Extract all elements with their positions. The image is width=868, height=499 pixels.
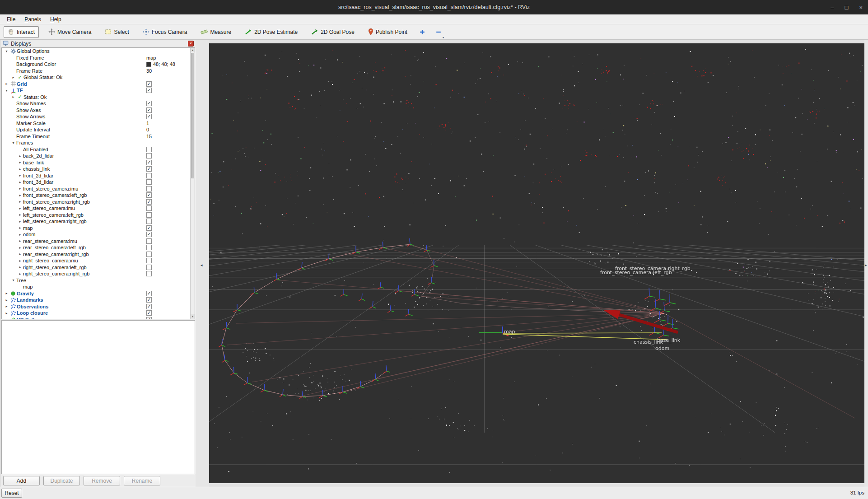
close-button[interactable]: × bbox=[859, 4, 863, 11]
checkbox[interactable]: ✓ bbox=[146, 232, 152, 237]
checkbox[interactable]: ✓ bbox=[146, 199, 152, 205]
tree-row[interactable]: ▾Frames bbox=[2, 140, 195, 146]
property-value[interactable]: 48; 48; 48 bbox=[153, 61, 175, 67]
checkbox[interactable] bbox=[146, 186, 152, 191]
tree-row[interactable]: Update Interval0 bbox=[2, 126, 195, 133]
3d-scene-canvas[interactable] bbox=[209, 43, 864, 483]
expander-icon[interactable]: ▸ bbox=[17, 219, 23, 224]
tree-row[interactable]: Fixed Framemap bbox=[2, 55, 195, 61]
checkbox[interactable]: ✓ bbox=[146, 317, 152, 319]
tree-row[interactable]: ▸right_stereo_camera:right_rgb bbox=[2, 270, 195, 277]
checkbox[interactable] bbox=[146, 179, 152, 185]
tree-row[interactable]: ▸Grid✓ bbox=[2, 81, 195, 88]
tree-row[interactable]: Show Names✓ bbox=[2, 100, 195, 107]
expander-icon[interactable]: ▸ bbox=[17, 187, 23, 191]
expander-icon[interactable]: ▸ bbox=[4, 82, 9, 86]
tree-row[interactable]: ▾Global Options bbox=[2, 48, 195, 55]
expander-icon[interactable]: ▸ bbox=[10, 75, 16, 79]
expander-icon[interactable]: ▸ bbox=[4, 291, 9, 295]
tree-row[interactable]: ▸left_stereo_camera:left_rgb bbox=[2, 212, 195, 219]
checkbox[interactable] bbox=[146, 238, 152, 244]
expander-icon[interactable]: ▸ bbox=[17, 180, 23, 184]
checkbox[interactable] bbox=[146, 219, 152, 224]
tree-row[interactable]: Show Arrows✓ bbox=[2, 113, 195, 120]
expander-icon[interactable]: ▸ bbox=[17, 206, 23, 210]
tree-row[interactable]: Marker Scale1 bbox=[2, 120, 195, 127]
checkbox[interactable] bbox=[146, 258, 152, 263]
checkbox[interactable] bbox=[146, 212, 152, 218]
checkbox[interactable]: ✓ bbox=[146, 225, 152, 231]
property-value[interactable]: 1 bbox=[146, 121, 149, 126]
expander-icon[interactable]: ▾ bbox=[4, 49, 9, 53]
panel-close-icon[interactable]: × bbox=[188, 41, 194, 47]
tree-row[interactable]: ▸✓Status: Ok bbox=[2, 94, 195, 101]
tree-row[interactable]: ▸front_stereo_camera:right_rgb✓ bbox=[2, 199, 195, 205]
checkbox[interactable]: ✓ bbox=[146, 166, 152, 172]
checkbox[interactable] bbox=[146, 245, 152, 250]
tree-row[interactable]: Show Axes✓ bbox=[2, 107, 195, 114]
expander-icon[interactable]: ▸ bbox=[4, 311, 9, 315]
tool-measure[interactable]: Measure bbox=[196, 26, 235, 38]
checkbox[interactable] bbox=[146, 153, 152, 159]
tree-row[interactable]: ▸right_stereo_camera:imu bbox=[2, 257, 195, 264]
property-value[interactable]: 0 bbox=[146, 127, 149, 132]
checkbox[interactable] bbox=[146, 271, 152, 276]
tree-row[interactable]: ▸map✓ bbox=[2, 225, 195, 232]
tree-row[interactable]: ▸front_stereo_camera:imu bbox=[2, 186, 195, 192]
menu-panels[interactable]: Panels bbox=[20, 15, 45, 23]
checkbox[interactable] bbox=[146, 147, 152, 152]
expander-icon[interactable]: ▾ bbox=[10, 141, 16, 145]
tree-row[interactable]: map bbox=[2, 284, 195, 290]
expander-icon[interactable]: ▾ bbox=[4, 89, 9, 93]
expander-icon[interactable]: ▸ bbox=[10, 95, 16, 99]
right-splitter[interactable]: ▸ bbox=[864, 40, 868, 487]
checkbox[interactable]: ✓ bbox=[146, 192, 152, 198]
add-button[interactable]: Add bbox=[3, 476, 40, 485]
tree-row[interactable]: ▸rear_stereo_camera:right_rgb bbox=[2, 251, 195, 258]
remove-tool-button[interactable]: ▾ bbox=[433, 27, 444, 37]
checkbox[interactable]: ✓ bbox=[146, 297, 152, 303]
tree-row[interactable]: ▸Landmarks✓ bbox=[2, 297, 195, 303]
expander-icon[interactable]: ▸ bbox=[4, 298, 9, 302]
tree-row[interactable]: ▸Gravity✓ bbox=[2, 290, 195, 297]
checkbox[interactable] bbox=[146, 252, 152, 257]
tree-row[interactable]: ▸Loop closure✓ bbox=[2, 310, 195, 317]
expander-icon[interactable]: ▸ bbox=[17, 252, 23, 256]
tree-row[interactable]: ▸chassis_link✓ bbox=[2, 166, 195, 173]
expander-icon[interactable]: ▸ bbox=[4, 304, 9, 308]
property-value[interactable]: map bbox=[146, 55, 156, 61]
minimize-button[interactable]: – bbox=[831, 4, 834, 11]
tree-row[interactable]: ▸✓Global Status: Ok bbox=[2, 74, 195, 81]
tree-row[interactable]: ▸front_stereo_camera:left_rgb✓ bbox=[2, 192, 195, 199]
expander-icon[interactable]: ▸ bbox=[17, 160, 23, 164]
scroll-down-icon[interactable]: ▼ bbox=[191, 314, 195, 319]
scrollbar-thumb[interactable] bbox=[191, 53, 194, 178]
tool-move-camera[interactable]: Move Camera bbox=[44, 26, 95, 38]
checkbox[interactable] bbox=[146, 173, 152, 178]
expander-icon[interactable]: ▸ bbox=[17, 272, 23, 276]
property-value[interactable]: 15 bbox=[146, 134, 152, 139]
tree-row[interactable]: ▸rear_stereo_camera:left_rgb bbox=[2, 244, 195, 251]
tree-row[interactable]: Background Color48; 48; 48 bbox=[2, 61, 195, 68]
splitter-collapse-left-icon[interactable]: ◂ bbox=[201, 263, 203, 267]
tree-row[interactable]: ▸left_stereo_camera:right_rgb bbox=[2, 218, 195, 225]
tree-row[interactable]: ▸left_stereo_camera:imu bbox=[2, 205, 195, 212]
expander-icon[interactable]: ▸ bbox=[17, 213, 23, 217]
tree-row[interactable]: ▸back_2d_lidar bbox=[2, 153, 195, 159]
tree-row[interactable]: Frame Timeout15 bbox=[2, 133, 195, 140]
tree-scrollbar[interactable]: ▲ ▼ bbox=[190, 48, 195, 319]
expander-icon[interactable]: ▸ bbox=[17, 226, 23, 230]
expander-icon[interactable]: ▸ bbox=[17, 173, 23, 177]
menu-file[interactable]: File bbox=[3, 15, 19, 23]
tool-select[interactable]: Select bbox=[101, 26, 133, 38]
tool-interact[interactable]: Interact bbox=[4, 26, 39, 38]
menu-help[interactable]: Help bbox=[46, 15, 65, 23]
tree-row[interactable]: ▸front_3d_lidar bbox=[2, 179, 195, 186]
expander-icon[interactable]: ▸ bbox=[17, 167, 23, 171]
tree-row[interactable]: ▾Tree bbox=[2, 277, 195, 284]
expander-icon[interactable]: ▾ bbox=[10, 278, 16, 282]
checkbox[interactable] bbox=[146, 205, 152, 211]
checkbox[interactable] bbox=[146, 265, 152, 270]
tool-2d-goal-pose[interactable]: 2D Goal Pose bbox=[307, 26, 359, 38]
expander-icon[interactable]: ▸ bbox=[17, 200, 23, 204]
